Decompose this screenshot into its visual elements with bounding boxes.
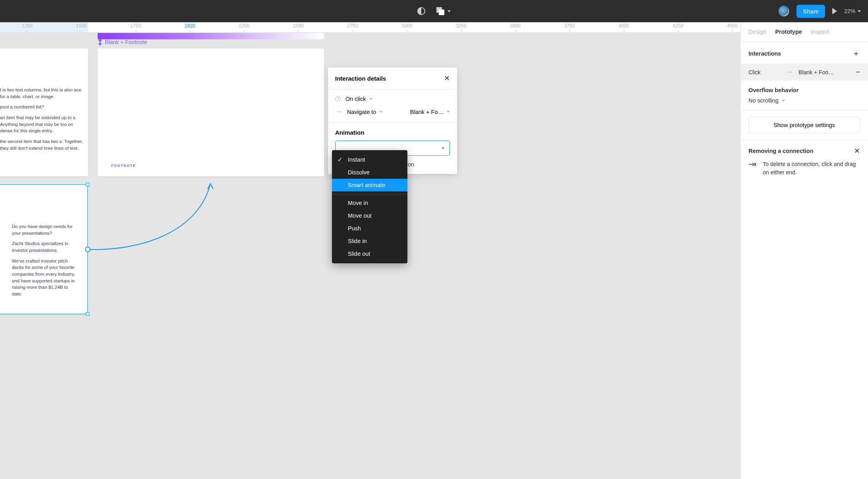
- animation-option[interactable]: Move out: [332, 209, 407, 222]
- selection-handle[interactable]: [86, 312, 89, 316]
- ruler-tick: 1920: [163, 22, 217, 32]
- chevron-down-icon: [369, 98, 372, 100]
- contrast-icon[interactable]: [417, 7, 425, 15]
- chevron-down-icon: [782, 100, 785, 102]
- frame-left-cropped[interactable]: t is two text columns, but this is also …: [0, 48, 88, 176]
- arrow-right-icon: →: [786, 68, 793, 76]
- animation-header: Animation: [335, 129, 450, 136]
- toolbar: Share 22%: [0, 0, 868, 22]
- remove-interaction-icon[interactable]: −: [855, 68, 860, 77]
- selection-handle[interactable]: [86, 183, 89, 186]
- close-icon[interactable]: ✕: [854, 147, 860, 155]
- overflow-dropdown[interactable]: No scrolling: [748, 97, 860, 104]
- menu-divider: [332, 194, 407, 194]
- footnote-label: FOOTNOTE: [111, 164, 136, 168]
- action-dropdown[interactable]: Navigate to: [347, 109, 382, 115]
- component-icon: [97, 39, 104, 46]
- trigger-dropdown[interactable]: On click: [345, 96, 372, 102]
- animation-menu: InstantDissolveSmart animate Move inMove…: [332, 150, 407, 263]
- arrow-right-icon: →: [335, 108, 342, 116]
- ruler-tick: 4250: [651, 22, 706, 32]
- interactions-header: Interactions: [748, 50, 781, 57]
- frame-blank-footnote[interactable]: Blank + Footnote FOOTNOTE: [98, 48, 324, 176]
- connector-start-node[interactable]: [85, 247, 91, 252]
- chevron-down-icon: [448, 10, 451, 12]
- ruler-tick: 3250: [434, 22, 488, 32]
- interaction-trigger: Click: [748, 69, 780, 75]
- add-interaction-icon[interactable]: ＋: [852, 48, 860, 59]
- destination-dropdown[interactable]: Blank + Fo…: [410, 109, 450, 115]
- share-button[interactable]: Share: [797, 5, 825, 18]
- ruler-tick: 3000: [380, 22, 434, 32]
- canvas[interactable]: Blank + Footnote FOOTNOTE t is two text …: [0, 33, 740, 479]
- ruler-tick: 2250: [217, 22, 272, 32]
- removing-help-text: To delete a connection, click and drag o…: [763, 160, 860, 177]
- ruler-tick: 1750: [108, 22, 163, 32]
- animation-option[interactable]: Slide in: [332, 235, 407, 247]
- animation-option[interactable]: Smart animate: [332, 179, 407, 191]
- zoom-control[interactable]: 22%: [844, 8, 861, 14]
- user-avatar[interactable]: [778, 6, 789, 17]
- animation-option[interactable]: Instant: [332, 153, 407, 166]
- tab-inspect[interactable]: Inspect: [811, 29, 829, 35]
- delete-connection-icon: [748, 161, 756, 170]
- animation-option[interactable]: Dissolve: [332, 166, 407, 179]
- chevron-down-icon: [379, 111, 382, 113]
- chevron-down-icon: [442, 147, 445, 149]
- mask-tool[interactable]: [436, 7, 451, 15]
- removing-connection-header: Removing a connection: [748, 148, 814, 154]
- ruler-tick: 4000: [597, 22, 651, 32]
- interaction-row[interactable]: Click → Blank + Foo… −: [741, 64, 868, 81]
- show-prototype-settings-button[interactable]: Show prototype settings: [748, 117, 860, 133]
- chevron-down-icon: [858, 10, 861, 12]
- zoom-value: 22%: [844, 8, 855, 14]
- selection-outline: [0, 184, 88, 314]
- panel-tabs: DesignPrototypeInspect: [741, 22, 868, 42]
- overflow-header: Overflow behavior: [748, 87, 799, 93]
- tab-design[interactable]: Design: [748, 29, 766, 35]
- ruler-tick: 2750: [326, 22, 380, 32]
- ruler-tick: 3500: [488, 22, 543, 32]
- ruler-tick: 1500: [54, 22, 109, 32]
- animation-option[interactable]: Push: [332, 222, 407, 235]
- frame-label[interactable]: Blank + Footnote: [98, 39, 147, 45]
- ruler-tick: 3750: [542, 22, 597, 32]
- ruler-tick: 2500: [271, 22, 326, 32]
- purple-strip: [98, 33, 324, 39]
- ruler-tick: 1250: [0, 22, 54, 32]
- tab-prototype[interactable]: Prototype: [775, 29, 802, 35]
- clock-icon: [335, 96, 341, 102]
- present-icon[interactable]: [832, 8, 837, 14]
- chevron-down-icon: [447, 111, 450, 113]
- right-panel: DesignPrototypeInspect Interactions ＋ Cl…: [740, 22, 868, 479]
- popover-title: Interaction details: [335, 75, 386, 82]
- close-icon[interactable]: ✕: [444, 74, 450, 83]
- animation-option[interactable]: Move in: [332, 197, 407, 209]
- interaction-dest: Blank + Foo…: [799, 69, 850, 75]
- animation-option[interactable]: Slide out: [332, 247, 407, 260]
- horizontal-ruler: 1250150017501920225025002750300032503500…: [0, 22, 868, 33]
